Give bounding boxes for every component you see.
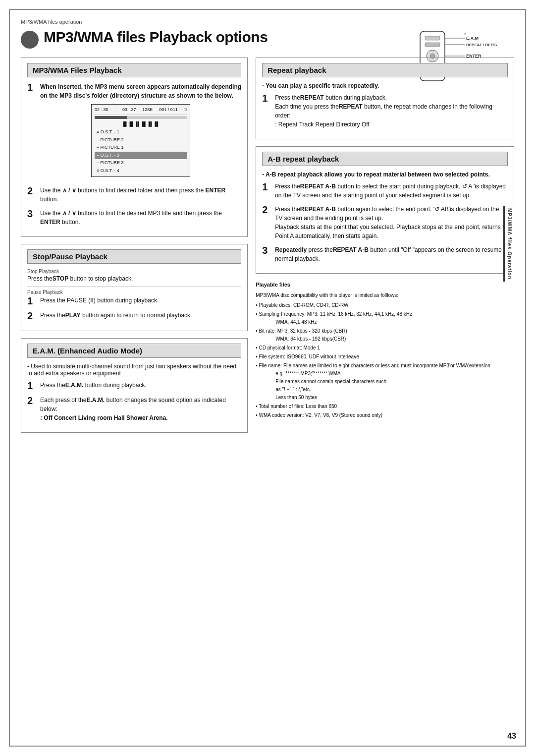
screen-progress-bar bbox=[95, 116, 187, 119]
side-label: MP3/WMA files Operation bbox=[503, 206, 514, 282]
eam-step-1: 1 Press theE.A.M. button during playback… bbox=[27, 381, 241, 391]
repeat-playback-section: Repeat playback - You can play a specifi… bbox=[256, 58, 514, 139]
pf-item-3-text: Bit rate: MP3: 32 kbps - 320 kbps (CBR) bbox=[259, 328, 347, 334]
step3-text3: buttons to find the desired MP3 title an… bbox=[78, 210, 222, 217]
stop-title: Stop Playback bbox=[27, 269, 241, 274]
section-icon bbox=[21, 31, 39, 49]
playable-files-intro: MP3/WMA disc compatibility with this pla… bbox=[256, 291, 514, 299]
repeat-step-num-1: 1 bbox=[262, 93, 271, 103]
mp3-files-playback-header: MP3/WMA Files Playback bbox=[27, 63, 241, 77]
ab-repeat-section: A-B repeat playback - A-B repeat playbac… bbox=[256, 146, 514, 274]
ab-step3-text: Repeatedly press theREPEAT A-B button un… bbox=[275, 246, 502, 262]
step2-text5: button. bbox=[40, 196, 58, 203]
svg-text:E.A.M: E.A.M bbox=[466, 36, 479, 41]
pf-item-3: Bit rate: MP3: 32 kbps - 320 kbps (CBR) … bbox=[256, 327, 514, 343]
file-item-1: ≡ O.S.T. - 1 bbox=[95, 128, 187, 136]
step2-arrows: ∧ / ∨ bbox=[62, 187, 78, 194]
step-3-content: Use the ∧ / ∨ buttons to find the desire… bbox=[40, 209, 241, 227]
file-item-4: – O.S.T. - 3 bbox=[95, 152, 187, 160]
step-number-3: 3 bbox=[27, 209, 36, 219]
pause-step1-content: Press the PAUSE (II) button during playb… bbox=[40, 296, 159, 305]
step3-text5: button. bbox=[62, 219, 80, 226]
mp3-screen-mockup: 02 : 30 : 03 : 37 128K 001 / 011 □ ▐▌▐▌▐… bbox=[91, 104, 190, 177]
stop-text: Press theSTOP button to stop playback. bbox=[27, 275, 241, 282]
eam-step-num-2: 2 bbox=[27, 396, 36, 406]
divider bbox=[27, 286, 241, 287]
eam-step1-content: Press theE.A.M. button during playback. bbox=[40, 381, 147, 390]
eam-keyword1: E.A.M. bbox=[65, 382, 84, 389]
playable-files-section: Playable files MP3/WMA disc compatibilit… bbox=[256, 281, 514, 419]
pf-item-6: File name: File names are limited to eig… bbox=[256, 362, 514, 402]
screen-time-display: 02 : 30 : 03 : 37 128K 001 / 011 □ bbox=[95, 107, 187, 115]
step3-text1: Use the bbox=[40, 210, 60, 217]
repeat-playback-header: Repeat playback bbox=[262, 63, 508, 77]
screen-icon: □ bbox=[184, 107, 187, 114]
page-number: 43 bbox=[507, 732, 516, 741]
eam-header: E.A.M. (Enhanced Audio Mode) bbox=[27, 344, 241, 358]
screen-time: 02 : 30 bbox=[95, 107, 108, 114]
file-item-6: ≡ O.S.T. - 4 bbox=[95, 167, 187, 175]
step-3-mp3: 3 Use the ∧ / ∨ buttons to find the desi… bbox=[27, 209, 241, 227]
pause-step2-content: Press thePLAY button again to return to … bbox=[40, 311, 192, 320]
stop-pause-header: Stop/Pause Playback bbox=[27, 249, 241, 264]
step-2-mp3: 2 Use the ∧ / ∨ buttons to find desired … bbox=[27, 186, 241, 204]
eam-step1-text2: button during playback. bbox=[83, 382, 146, 389]
step3-enter: ENTER bbox=[40, 219, 60, 226]
screen-bitrate: 128K bbox=[142, 107, 153, 114]
eam-intro-text: Used to simulate multi-channel sound fro… bbox=[27, 363, 236, 377]
stop-playback-section: Stop Playback Press theSTOP button to st… bbox=[27, 269, 241, 282]
pf-filename-example: e.g."*******.MP3;"*******.WMA" bbox=[275, 371, 342, 376]
pause-step1-text: Press the PAUSE (II) button during playb… bbox=[40, 297, 159, 304]
stop-text1: Press the bbox=[27, 275, 53, 282]
pf-item-5: File system: ISO9660, UDF without interl… bbox=[256, 353, 514, 361]
eam-step2-text1: Each press of the bbox=[40, 397, 86, 404]
repeat-intro: - You can play a specific track repeated… bbox=[262, 82, 508, 89]
eam-step-2: 2 Each press of theE.A.M. button changes… bbox=[27, 396, 241, 422]
pf-item-6-text: File name: File names are limited to eig… bbox=[259, 363, 491, 368]
ab-step-num-2: 2 bbox=[262, 205, 271, 215]
pf-item-8: WMA codec version: V2, V7, V8, V9 (Stere… bbox=[256, 411, 514, 419]
ab-step1-text: Press theREPEAT A-B button to select the… bbox=[275, 183, 506, 199]
svg-text:✓: ✓ bbox=[463, 32, 467, 37]
repeat-keyword2: REPEAT bbox=[339, 103, 363, 110]
pf-filename-note1: File names cannot contain special charac… bbox=[275, 379, 386, 384]
main-layout: MP3/WMA Files Playback 1 When inserted, … bbox=[21, 58, 514, 440]
pause-step2-text2: button again to return to normal playbac… bbox=[81, 312, 192, 319]
page-border: MP3/WMA files operation MP3/WMA files Pl… bbox=[9, 9, 526, 747]
ab-step2-text: Press theREPEAT A-B button again to sele… bbox=[275, 206, 507, 239]
step-2-content: Use the ∧ / ∨ buttons to find desired fo… bbox=[40, 186, 241, 204]
ab-step-num-1: 1 bbox=[262, 182, 271, 192]
repeat-text3: Each time you press the bbox=[275, 103, 339, 110]
stop-text2: button to stop playback. bbox=[68, 275, 133, 282]
pf-wma-bitrate: WMA: 64 kbps - 192 kbps(CBR) bbox=[275, 336, 346, 342]
svg-rect-2 bbox=[425, 43, 440, 47]
file-item-5: – PICTURE 3 bbox=[95, 159, 187, 167]
ab-step-num-3: 3 bbox=[262, 245, 271, 255]
right-column: Repeat playback - You can play a specifi… bbox=[256, 58, 514, 420]
left-column: MP3/WMA Files Playback 1 When inserted, … bbox=[21, 58, 248, 440]
screen-wave: ▐▌▐▌▐▌▐▌▐▌▐▌ bbox=[95, 121, 187, 128]
repeat-step-1: 1 Press theREPEAT button during playback… bbox=[262, 93, 508, 129]
stop-pause-section: Stop/Pause Playback Stop Playback Press … bbox=[21, 244, 248, 331]
pf-item-2-text: Sampling Frequency: MP3: 11 kHz, 16 kHz,… bbox=[259, 311, 412, 317]
eam-step-num-1: 1 bbox=[27, 381, 36, 391]
ab-intro: - A-B repeat playback allows you to repe… bbox=[262, 171, 508, 178]
eam-step2-content: Each press of theE.A.M. button changes t… bbox=[40, 396, 241, 422]
step-1-mp3: 1 When inserted, the MP3 menu screen app… bbox=[27, 82, 241, 181]
repeat-intro-text: You can play a specific track repeatedly… bbox=[266, 82, 379, 89]
step3-arrows: ∧ / ∨ bbox=[62, 210, 78, 217]
ab-step1-content: Press theREPEAT A-B button to select the… bbox=[275, 182, 508, 200]
breadcrumb: MP3/WMA files operation bbox=[21, 19, 514, 25]
pause-playback-section: Pause Playback 1 Press the PAUSE (II) bu… bbox=[27, 290, 241, 321]
ab-step-2: 2 Press theREPEAT A-B button again to se… bbox=[262, 205, 508, 240]
ab-step-1: 1 Press theREPEAT A-B button to select t… bbox=[262, 182, 508, 200]
playable-files-title: Playable files bbox=[256, 281, 514, 290]
pause-step-2: 2 Press thePLAY button again to return t… bbox=[27, 311, 241, 321]
step-1-text: When inserted, the MP3 menu screen appea… bbox=[40, 83, 241, 99]
svg-rect-1 bbox=[425, 36, 440, 40]
ab-step2-content: Press theREPEAT A-B button again to sele… bbox=[275, 205, 508, 240]
pause-step-num-2: 2 bbox=[27, 311, 36, 321]
screen-separator: : bbox=[114, 107, 116, 114]
title-section: MP3/WMA files Playback options E.A.M R bbox=[21, 29, 514, 49]
stop-keyword: STOP bbox=[53, 275, 68, 282]
